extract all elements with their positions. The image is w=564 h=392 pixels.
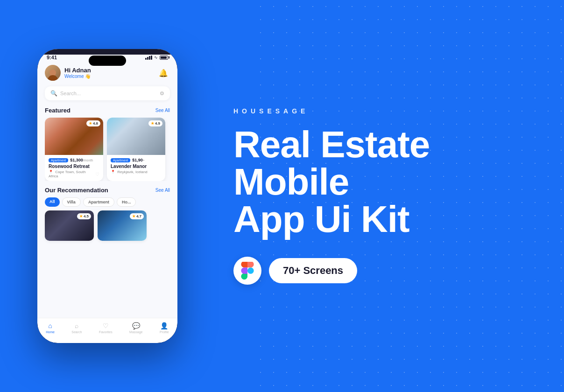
rec-image-1: ★ 4.5	[45, 210, 94, 241]
nav-item-massage[interactable]: 💬 Massage	[129, 322, 142, 334]
massage-nav-label: Massage	[129, 330, 142, 334]
hero-title: Real Estate Mobile App Ui Kit	[233, 126, 536, 238]
user-info: Hi Adnan Welcome 👋	[45, 65, 91, 81]
star-icon: ★	[89, 121, 92, 126]
status-icons: ∿	[145, 55, 168, 60]
featured-section-header: Featured See All	[45, 107, 170, 114]
card-tags-1: Apartment $1,300/month	[49, 158, 99, 162]
card-tags-2: Apartment $1,90+	[111, 158, 162, 162]
filter-tab-apartment[interactable]: Apartment	[83, 197, 114, 207]
phone-mockup-container: 9:41 ∿	[0, 0, 215, 392]
rec-rating-2: ★ 4.7	[130, 213, 144, 219]
welcome-text: Welcome 👋	[64, 74, 91, 79]
rec-card-2[interactable]: ★ 4.7	[98, 210, 147, 241]
profile-nav-icon: 👤	[160, 322, 168, 329]
rec-see-all[interactable]: See All	[155, 188, 170, 193]
location-pin-icon-2: 📍	[111, 170, 115, 174]
nav-item-profile[interactable]: 👤 Profile	[160, 322, 169, 334]
screens-count: 70+ Screens	[283, 265, 343, 277]
filter-tabs: All Villa Apartment Ho...	[45, 197, 170, 207]
recommendation-section: Our Recommendation See All All Villa Apa…	[45, 187, 170, 241]
star-icon-rec2: ★	[132, 214, 135, 218]
featured-card-2[interactable]: ★ 4.9 Apartment $1,90+ Lavender	[107, 118, 165, 181]
app-header: Hi Adnan Welcome 👋 🔔	[45, 65, 170, 81]
hero-line3: App Ui Kit	[233, 201, 536, 238]
tag-badge-1: Apartment	[49, 158, 68, 162]
card-location-1: 📍 Cape Town, South Africa ♡	[49, 170, 99, 178]
greeting-text: Hi Adnan Welcome 👋	[64, 67, 91, 79]
filter-icon[interactable]: ⚙	[160, 91, 164, 97]
rec-image-2: ★ 4.7	[98, 210, 147, 241]
filter-tab-all[interactable]: All	[45, 197, 60, 207]
search-placeholder: Search...	[60, 91, 160, 96]
battery-icon	[160, 56, 168, 60]
hero-line2: Mobile	[233, 163, 536, 201]
card-info-1: Apartment $1,300/month Rosewood Retreat …	[45, 155, 103, 181]
card-name-1: Rosewood Retreat	[49, 164, 99, 169]
rec-card-1[interactable]: ★ 4.5	[45, 210, 94, 241]
tag-badge-2: Apartment	[111, 158, 130, 162]
star-icon-rec1: ★	[79, 214, 83, 218]
search-nav-label: Search	[71, 330, 82, 334]
favorites-nav-icon: ♡	[103, 322, 109, 329]
card-info-2: Apartment $1,90+ Lavender Manor 📍 Reykja…	[107, 155, 165, 177]
screens-badge: 70+ Screens	[269, 258, 357, 283]
signal-bars-icon	[145, 56, 152, 60]
figma-logo-icon	[240, 262, 255, 280]
card-image-1: ★ 4.8	[45, 118, 103, 155]
bottom-nav: ⌂ Home ⌕ Search ♡ Favorites 💬 Massage 👤	[37, 318, 177, 343]
massage-nav-icon: 💬	[132, 322, 140, 329]
home-nav-icon: ⌂	[48, 322, 52, 329]
card-image-2: ★ 4.9	[107, 118, 165, 155]
cta-row: 70+ Screens	[233, 257, 536, 285]
phone-screen: 9:41 ∿	[37, 49, 177, 343]
nav-item-search[interactable]: ⌕ Search	[71, 322, 82, 334]
profile-nav-label: Profile	[160, 330, 169, 334]
price-text-2: $1,90+	[132, 158, 145, 162]
avatar	[45, 65, 61, 81]
rating-badge-1: ★ 4.8	[86, 120, 100, 126]
star-icon-2: ★	[151, 121, 154, 126]
rating-badge-2: ★ 4.9	[148, 120, 162, 126]
home-nav-label: Home	[46, 330, 55, 334]
dynamic-island	[89, 56, 126, 66]
rec-title: Our Recommendation	[45, 187, 108, 194]
nav-item-favorites[interactable]: ♡ Favorites	[99, 322, 113, 334]
user-name: Hi Adnan	[64, 67, 91, 74]
filter-tab-villa[interactable]: Villa	[62, 197, 81, 207]
search-nav-icon: ⌕	[75, 322, 78, 329]
nav-item-home[interactable]: ⌂ Home	[46, 322, 55, 334]
filter-tab-house[interactable]: Ho...	[117, 197, 136, 207]
app-content: Hi Adnan Welcome 👋 🔔 🔍 Search... ⚙ Featu…	[37, 63, 177, 324]
location-pin-icon: 📍	[49, 170, 53, 174]
rec-rating-1: ★ 4.5	[77, 213, 91, 219]
featured-card-1[interactable]: ★ 4.8 Apartment $1,300/month Ro	[45, 118, 103, 181]
heart-icon-1[interactable]: ♡	[95, 172, 99, 177]
marketing-content: HOUSESAGE Real Estate Mobile App Ui Kit …	[215, 0, 564, 392]
figma-badge	[233, 257, 261, 285]
favorites-nav-label: Favorites	[99, 330, 113, 334]
search-bar[interactable]: 🔍 Search... ⚙	[45, 86, 170, 100]
search-icon: 🔍	[50, 90, 57, 97]
phone-frame: 9:41 ∿	[37, 49, 177, 343]
card-location-2: 📍 Reykjavik, Iceland	[111, 170, 162, 174]
rec-section-header: Our Recommendation See All	[45, 187, 170, 194]
featured-title: Featured	[45, 107, 70, 114]
card-name-2: Lavender Manor	[111, 164, 162, 169]
wifi-icon: ∿	[154, 55, 158, 60]
brand-name: HOUSESAGE	[233, 107, 536, 115]
featured-cards-row: ★ 4.8 Apartment $1,300/month Ro	[45, 118, 170, 181]
status-time: 9:41	[47, 55, 57, 60]
bell-icon[interactable]: 🔔	[157, 66, 170, 79]
rec-cards-row: ★ 4.5 ★ 4.7	[45, 210, 170, 241]
hero-line1: Real Estate	[233, 126, 536, 163]
featured-see-all[interactable]: See All	[155, 108, 170, 113]
price-text-1: $1,300/month	[70, 158, 93, 162]
